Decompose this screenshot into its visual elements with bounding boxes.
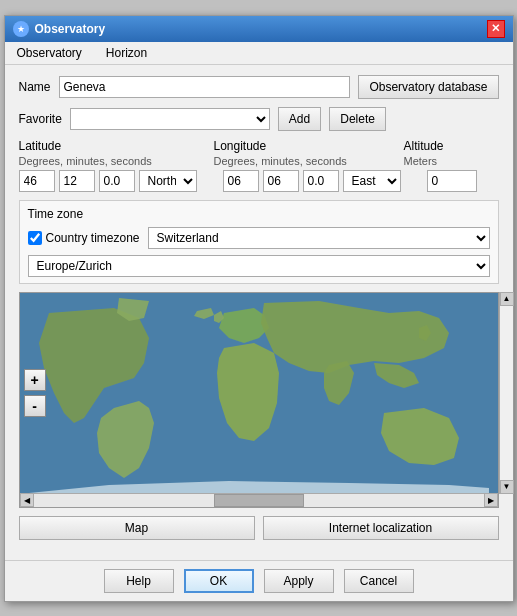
country-timezone-label: Country timezone (28, 231, 140, 245)
ok-button[interactable]: OK (184, 569, 254, 593)
country-select[interactable]: Switzerland France Germany Italy (148, 227, 490, 249)
coord-inputs: North South East West (19, 170, 499, 192)
lat-min-input[interactable] (59, 170, 95, 192)
timezone-select[interactable]: Europe/Zurich Europe/Geneva UTC (28, 255, 490, 277)
altitude-header: Altitude (404, 139, 499, 153)
scroll-h-track[interactable] (34, 494, 484, 507)
scroll-right-button[interactable]: ▶ (484, 493, 498, 507)
timezone-label: Time zone (28, 207, 490, 221)
timezone-section: Time zone Country timezone Switzerland F… (19, 200, 499, 284)
zoom-controls: + - (24, 369, 46, 417)
country-timezone-text: Country timezone (46, 231, 140, 245)
observatory-db-button[interactable]: Observatory database (358, 75, 498, 99)
footer: Help OK Apply Cancel (5, 560, 513, 601)
country-timezone-checkbox[interactable] (28, 231, 42, 245)
map-area: + - (20, 293, 498, 493)
scroll-left-button[interactable]: ◀ (20, 493, 34, 507)
favorite-select[interactable] (70, 108, 270, 130)
window-title: Observatory (35, 22, 106, 36)
vertical-scrollbar[interactable]: ▲ ▼ (499, 292, 513, 494)
zoom-out-button[interactable]: - (24, 395, 46, 417)
altitude-sub: Meters (404, 155, 499, 167)
title-bar: ★ Observatory ✕ (5, 16, 513, 42)
coordinates-section: Latitude Longitude Altitude Degrees, min… (19, 139, 499, 192)
close-button[interactable]: ✕ (487, 20, 505, 38)
menu-horizon[interactable]: Horizon (100, 44, 153, 62)
latitude-header: Latitude (19, 139, 214, 153)
bottom-buttons: Map Internet localization (19, 516, 499, 540)
longitude-header: Longitude (214, 139, 404, 153)
zoom-in-button[interactable]: + (24, 369, 46, 391)
lon-min-input[interactable] (263, 170, 299, 192)
longitude-sub: Degrees, minutes, seconds (214, 155, 404, 167)
content-area: Name Observatory database Favorite Add D… (5, 65, 513, 560)
horizontal-scrollbar[interactable]: ◀ ▶ (20, 493, 498, 507)
add-button[interactable]: Add (278, 107, 321, 131)
lon-sec-input[interactable] (303, 170, 339, 192)
lat-deg-input[interactable] (19, 170, 55, 192)
help-button[interactable]: Help (104, 569, 174, 593)
lat-sec-input[interactable] (99, 170, 135, 192)
name-input[interactable] (59, 76, 351, 98)
altitude-input[interactable] (427, 170, 477, 192)
lon-dir-select[interactable]: East West (343, 170, 401, 192)
title-bar-left: ★ Observatory (13, 21, 106, 37)
main-window: ★ Observatory ✕ Observatory Horizon Name… (4, 15, 514, 602)
name-label: Name (19, 80, 51, 94)
map-container[interactable]: + - ◀ ▶ (19, 292, 499, 508)
scroll-h-thumb[interactable] (214, 494, 304, 507)
coord-headers: Latitude Longitude Altitude (19, 139, 499, 153)
menu-observatory[interactable]: Observatory (11, 44, 88, 62)
timezone-country-row: Country timezone Switzerland France Germ… (28, 227, 490, 249)
delete-button[interactable]: Delete (329, 107, 386, 131)
map-wrapper: + - ◀ ▶ ▲ ▼ (19, 292, 499, 508)
lat-dir-select[interactable]: North South (139, 170, 197, 192)
coord-subheaders: Degrees, minutes, seconds Degrees, minut… (19, 155, 499, 167)
favorite-row: Favorite Add Delete (19, 107, 499, 131)
scroll-v-track[interactable] (500, 306, 513, 480)
cancel-button[interactable]: Cancel (344, 569, 414, 593)
map-svg (20, 293, 498, 493)
app-icon: ★ (13, 21, 29, 37)
latitude-sub: Degrees, minutes, seconds (19, 155, 214, 167)
apply-button[interactable]: Apply (264, 569, 334, 593)
menu-bar: Observatory Horizon (5, 42, 513, 65)
favorite-label: Favorite (19, 112, 62, 126)
scroll-down-button[interactable]: ▼ (500, 480, 514, 494)
name-row: Name Observatory database (19, 75, 499, 99)
lon-deg-input[interactable] (223, 170, 259, 192)
internet-localization-button[interactable]: Internet localization (263, 516, 499, 540)
map-button[interactable]: Map (19, 516, 255, 540)
scroll-up-button[interactable]: ▲ (500, 292, 514, 306)
